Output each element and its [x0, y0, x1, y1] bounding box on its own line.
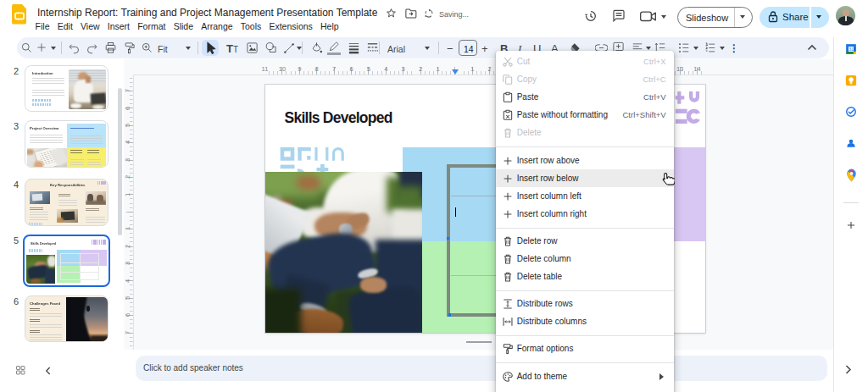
svg-text:31: 31 [849, 47, 854, 52]
